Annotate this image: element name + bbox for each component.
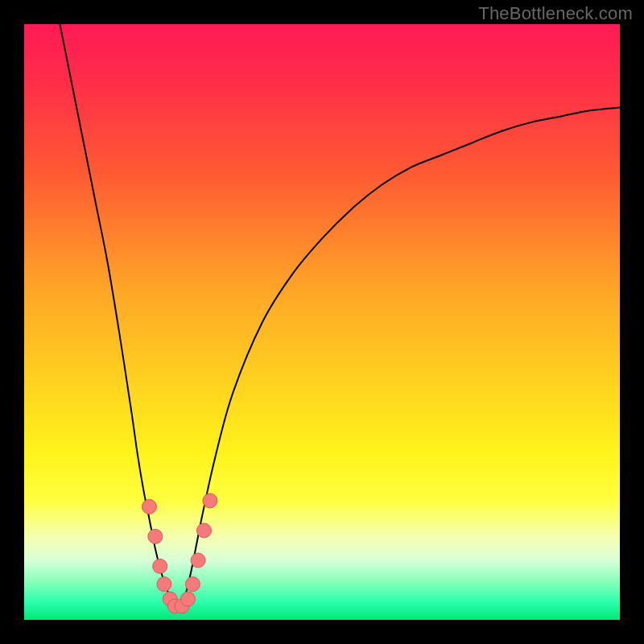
- chart-curves: [24, 24, 620, 620]
- data-marker: [181, 592, 196, 606]
- data-markers: [142, 493, 217, 613]
- chart-frame: TheBottleneck.com: [0, 0, 644, 644]
- curve-left-branch: [60, 24, 179, 608]
- plot-area: [24, 24, 620, 620]
- curve-right-branch: [179, 108, 620, 609]
- data-marker: [157, 577, 171, 592]
- data-marker: [148, 529, 163, 543]
- data-marker: [153, 559, 167, 573]
- watermark-text: TheBottleneck.com: [478, 3, 633, 24]
- data-marker: [191, 553, 205, 568]
- data-marker: [203, 493, 217, 508]
- data-marker: [196, 523, 211, 538]
- data-marker: [185, 577, 200, 592]
- data-marker: [142, 499, 156, 514]
